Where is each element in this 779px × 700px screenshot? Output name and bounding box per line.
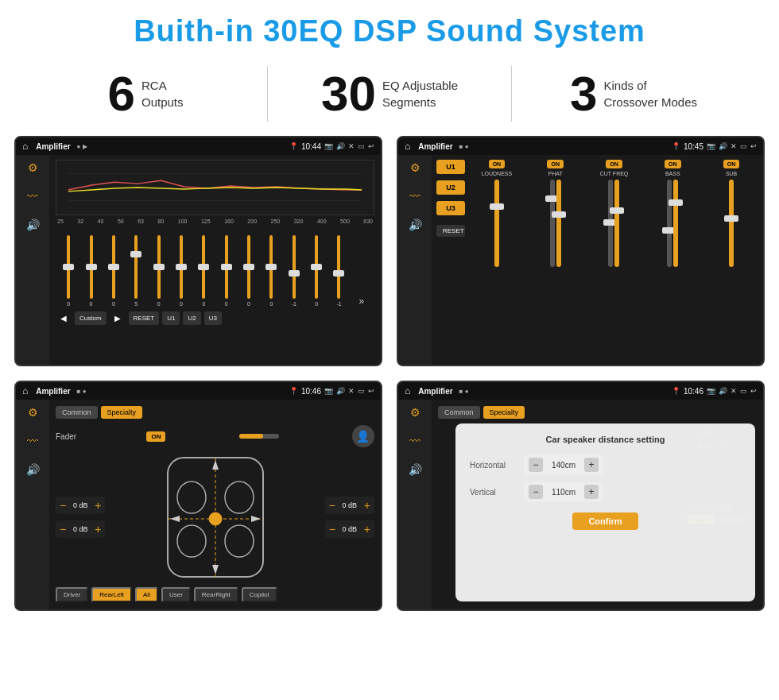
ch-phat-slider-f[interactable] (556, 180, 561, 267)
fader-rr-minus[interactable]: − (329, 523, 335, 536)
fader-speaker-icon[interactable]: 🔊 (26, 463, 40, 476)
ch-bass-thumb-g[interactable] (669, 199, 683, 206)
fader-driver-btn[interactable]: Driver (56, 587, 88, 602)
eq-slider-expand[interactable]: » (351, 296, 373, 307)
home-icon-1[interactable]: ⌂ (22, 141, 28, 152)
fader-copilot-btn[interactable]: Copilot (242, 587, 277, 602)
eq-slider-2[interactable]: 0 (79, 235, 102, 307)
minimize-icon-2[interactable]: ▭ (740, 142, 747, 150)
fader-rl-plus[interactable]: + (95, 523, 101, 536)
eq-track-9[interactable] (247, 235, 250, 299)
preset-u3[interactable]: U3 (436, 201, 465, 215)
fader-rearleft-btn[interactable]: RearLeft (91, 587, 132, 602)
confirm-button[interactable]: Confirm (572, 512, 638, 530)
eq-slider-3[interactable]: 0 (103, 235, 125, 307)
home-icon-4[interactable]: ⌂ (405, 385, 410, 396)
back-icon-3[interactable]: ↩ (368, 387, 374, 395)
wave-icon[interactable]: 〰 (27, 190, 38, 203)
ch-loudness-thumb[interactable] (490, 203, 504, 210)
eq-track-12[interactable] (315, 235, 318, 299)
close-icon-1[interactable]: ✕ (348, 142, 355, 150)
close-icon-3[interactable]: ✕ (348, 387, 355, 395)
eq-track-10[interactable] (269, 235, 273, 299)
fader-rearright-btn[interactable]: RearRight (194, 587, 238, 602)
eq-slider-4[interactable]: 5 (125, 235, 147, 307)
eq-u2-btn[interactable]: U2 (183, 311, 200, 325)
fader-eq-icon[interactable]: ⚙ (28, 406, 38, 419)
eq-slider-13[interactable]: -1 (327, 235, 350, 307)
fader-wave-icon[interactable]: 〰 (27, 435, 38, 447)
eq-slider-6[interactable]: 0 (170, 235, 192, 307)
minimize-icon-3[interactable]: ▭ (358, 387, 365, 395)
fader-h-slider[interactable] (239, 434, 279, 439)
fader-rl-minus[interactable]: − (60, 523, 66, 536)
eq-track-7[interactable] (202, 235, 205, 299)
eq-track-3[interactable] (112, 235, 115, 299)
eq-thumb-13[interactable] (333, 270, 344, 277)
minimize-icon-4[interactable]: ▭ (740, 387, 747, 395)
ch-bass-on[interactable]: ON (665, 160, 681, 168)
eq-thumb-3[interactable] (108, 264, 119, 270)
eq-thumb-10[interactable] (265, 264, 277, 270)
ch-cutfreq-slider-f[interactable] (608, 180, 613, 267)
eq-u3-btn[interactable]: U3 (204, 311, 222, 325)
crossover-wave-icon[interactable]: 〰 (409, 190, 421, 203)
ch-sub-thumb[interactable] (724, 215, 738, 222)
dist-wave-icon[interactable]: 〰 (409, 435, 421, 447)
dist-tab-common[interactable]: Common (438, 406, 480, 419)
eq-track-4[interactable] (134, 235, 138, 299)
eq-u1-btn[interactable]: U1 (162, 311, 180, 325)
eq-thumb-8[interactable] (221, 264, 232, 270)
ch-cutfreq-slider-g[interactable] (614, 180, 619, 267)
eq-thumb-12[interactable] (311, 264, 322, 270)
eq-slider-12[interactable]: 0 (305, 235, 327, 307)
eq-reset-btn[interactable]: RESET (129, 311, 160, 325)
ch-phat-thumb-f[interactable] (552, 211, 566, 218)
eq-thumb-9[interactable] (243, 264, 254, 270)
crossover-eq-icon[interactable]: ⚙ (410, 161, 421, 174)
ch-bass-slider-f[interactable] (667, 180, 672, 267)
fader-fl-minus[interactable]: − (60, 499, 66, 512)
eq-track-8[interactable] (225, 235, 228, 299)
eq-thumb-5[interactable] (153, 264, 165, 270)
eq-track-11[interactable] (293, 235, 296, 299)
fader-all-btn[interactable]: All (135, 587, 158, 602)
fader-tab-common[interactable]: Common (56, 406, 98, 419)
eq-track-5[interactable] (157, 235, 161, 299)
speaker-icon[interactable]: 🔊 (26, 219, 40, 231)
dist-eq-icon[interactable]: ⚙ (410, 406, 421, 419)
eq-thumb-6[interactable] (176, 264, 187, 270)
eq-icon[interactable]: ⚙ (28, 161, 38, 174)
ch-loudness-on[interactable]: ON (489, 160, 506, 168)
eq-slider-8[interactable]: 0 (215, 235, 238, 307)
home-icon-3[interactable]: ⌂ (22, 385, 28, 396)
minimize-icon-1[interactable]: ▭ (358, 142, 365, 150)
home-icon-2[interactable]: ⌂ (405, 141, 410, 152)
dist-speaker-icon[interactable]: 🔊 (409, 463, 422, 476)
back-icon-2[interactable]: ↩ (750, 142, 757, 150)
vertical-plus-btn[interactable]: + (584, 485, 599, 499)
back-icon-4[interactable]: ↩ (750, 387, 757, 395)
fader-fr-plus[interactable]: + (364, 499, 370, 512)
horizontal-plus-btn[interactable]: + (584, 458, 599, 472)
ch-sub-slider[interactable] (729, 180, 734, 267)
ch-loudness-slider[interactable] (494, 180, 499, 267)
eq-slider-1[interactable]: 0 (57, 235, 79, 307)
fader-fl-plus[interactable]: + (95, 499, 101, 512)
dist-tab-specialty[interactable]: Specialty (483, 406, 525, 419)
eq-track-6[interactable] (180, 235, 183, 299)
ch-bass-slider-g[interactable] (673, 180, 678, 267)
eq-thumb-2[interactable] (86, 264, 97, 270)
ch-phat-on[interactable]: ON (547, 160, 564, 168)
fader-fr-minus[interactable]: − (329, 499, 335, 512)
close-icon-4[interactable]: ✕ (731, 387, 737, 395)
fader-user-btn[interactable]: User (161, 587, 191, 602)
eq-slider-5[interactable]: 0 (147, 235, 169, 307)
close-icon-2[interactable]: ✕ (731, 142, 737, 150)
ch-sub-on[interactable]: ON (723, 160, 740, 168)
eq-track-2[interactable] (90, 235, 93, 299)
eq-thumb-11[interactable] (289, 270, 300, 277)
vertical-minus-btn[interactable]: − (529, 485, 543, 499)
eq-track-1[interactable] (67, 235, 70, 299)
preset-u2[interactable]: U2 (436, 180, 465, 195)
